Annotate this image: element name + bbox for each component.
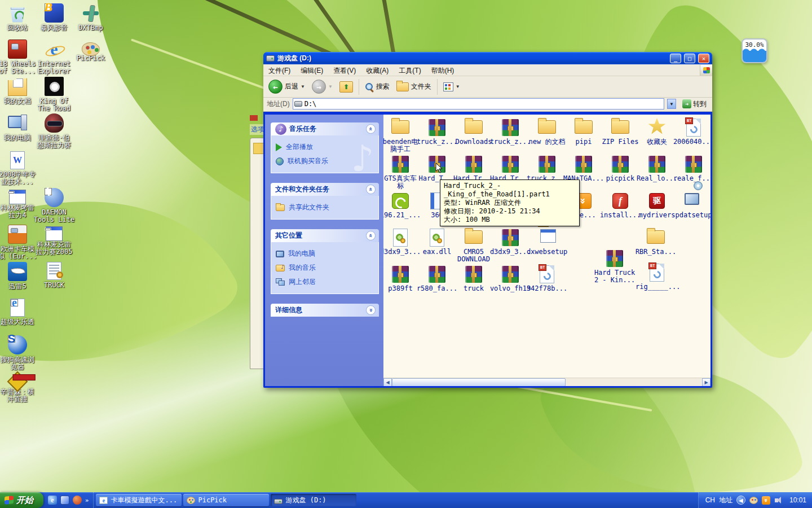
menu-t[interactable]: 工具(T) [394,65,426,76]
taskbar-task-button[interactable]: 游戏盘 (D:) [271,494,356,506]
rar-archive-icon [573,155,594,174]
file-item[interactable]: RBR_Sta... [634,228,677,256]
task-panel-title: 音乐任务 [289,124,366,134]
storm-player-icon[interactable] [73,496,82,505]
file-item[interactable]: 2006040... [672,118,710,146]
address-combo[interactable]: D:\ [293,98,664,110]
task-link-globe[interactable]: 联机购买音乐 [275,154,375,168]
dll-file-icon [430,229,444,247]
task-link-music-folder[interactable]: 我的音乐 [275,261,375,275]
views-dropdown-icon[interactable]: ▼ [456,84,460,89]
desktop-icon[interactable]: 理查德·伯 恩斯拉力赛 [30,113,78,149]
tooltip-modified: 修改日期: 2010-2-15 21:34 [444,207,576,216]
file-item[interactable]: reale_f... [672,155,710,182]
task-link-my-computer[interactable]: 我的电脑 [275,247,375,261]
bt-torrent-file-icon [537,265,557,284]
task-link-label: 网上邻居 [289,277,316,287]
language-indicator[interactable]: CH [705,496,715,504]
taskbar-task-button[interactable]: 卡車模擬遊戲中文... [96,494,182,506]
address-value[interactable]: D:\ [304,100,663,108]
task-link-network[interactable]: 网上邻居 [275,275,375,289]
window-titlebar[interactable]: 游戏盘 (D:) _ □ ✕ [263,52,712,64]
task-panel-header[interactable]: 其它位置« [271,229,379,242]
desktop-icon[interactable]: DXTBmp [67,3,114,32]
task-pane: 音乐任务«全部播放联机购买音乐文件和文件夹任务«共享此文件夹其它位置«我的电脑我… [265,115,383,386]
chevron-up-icon[interactable]: « [366,124,376,134]
back-button[interactable]: ← 后退 ▼ [266,78,308,96]
desktop-icon[interactable]: PicPick [67,40,114,62]
usage-gauge-widget[interactable]: 30.0% [742,38,767,63]
bt-torrent-file-icon [650,264,664,282]
scrollbar-thumb[interactable] [392,378,566,386]
picpick-tray-icon[interactable] [749,497,758,504]
quick-launch-overflow-chevron[interactable]: » [85,497,89,503]
file-item[interactable]: 942f78b... [526,265,568,292]
menu-h[interactable]: 帮助(H) [426,65,460,76]
task-panel-header[interactable]: 文件和文件夹任务« [271,183,379,196]
menu-v[interactable]: 查看(V) [328,65,361,76]
file-list-area[interactable]: ◀ ▶ beenden电 脑手工truck_z...Downloadstruck… [383,115,710,386]
menu-f[interactable]: 文件(F) [263,65,295,76]
desktop-icon[interactable]: 搜狗高速浏 览器 [0,335,41,371]
scroll-left-arrow[interactable]: ◀ [383,378,392,386]
back-label: 后退 [285,82,298,91]
task-link-play[interactable]: 全部播放 [275,140,375,154]
desktop-icon-label: King Of The Road [30,98,78,112]
folders-button[interactable]: 文件夹 [394,78,434,96]
desktop-icon[interactable]: 2008学年专 业技术... [0,151,41,186]
ie-icon[interactable] [48,496,57,505]
desktop-icon-label: TRUCK [30,282,78,289]
file-item[interactable]: dxwebsetup [526,228,568,256]
scrollbar-track[interactable] [392,378,702,386]
views-button[interactable]: ▼ [440,78,463,96]
rar-archive-icon [685,156,702,173]
minimize-button[interactable]: _ [670,54,681,63]
task-link-share-folder[interactable]: 共享此文件夹 [275,200,375,214]
scroll-right-arrow[interactable]: ▶ [702,378,710,386]
file-item-label: RBR_Sta... [634,248,677,256]
media-player-icon[interactable] [60,496,69,505]
background-dialog-swatch [253,143,264,154]
menu-a[interactable]: 收藏(A) [361,65,394,76]
chevron-left-icon[interactable]: ◀ [736,496,745,505]
desktop-icon[interactable]: 超级大乐透 [0,299,41,326]
task-panel-header[interactable]: 详细信息« [271,304,379,317]
quick-launch-bar: » [43,492,94,508]
back-dropdown-icon[interactable]: ▼ [301,84,305,89]
flashget-tray-icon[interactable] [762,496,770,505]
close-button[interactable]: ✕ [698,54,709,63]
file-item[interactable]: Hard Truck 2 - Kin... [593,249,636,284]
rally-helmet-icon [45,113,64,133]
go-button[interactable]: ➜ 转到 [679,98,710,110]
chevron-up-icon[interactable]: « [366,185,376,194]
sogou-browser-icon [8,335,27,354]
menu-e[interactable]: 编辑(E) [295,65,328,76]
rar-archive-icon [500,118,520,137]
desktop-icon-label: 2008学年专 业技术... [0,171,41,186]
horizontal-scrollbar[interactable]: ◀ ▶ [383,378,710,386]
maximize-button[interactable]: □ [684,54,695,63]
up-button[interactable] [337,78,356,96]
address-bar: 地址(D) D:\ ▼ ➜ 转到 [263,98,712,112]
search-button[interactable]: 搜索 [362,78,392,96]
address-dropdown-button[interactable]: ▼ [667,99,676,109]
desktop-icon[interactable]: DAEMON Tools Lite [30,188,78,224]
desktop-icon[interactable]: 辛普森：横 冲直撞 [0,372,41,403]
taskbar: 开始 » 卡車模擬遊戲中文...PicPick游戏盘 (D:) CH 地址 ◀ … [0,492,812,508]
desktop-icon[interactable]: TRUCK [30,262,78,289]
folder-icon [610,118,630,137]
desktop-icon[interactable]: 科林麦克雷 拉力赛2005 [30,225,78,256]
file-item[interactable]: rig_____... [636,263,678,291]
desktop-icon[interactable]: King Of The Road [30,77,78,112]
task-link-label: 我的音乐 [289,263,316,273]
clock[interactable]: 10:01 [787,496,806,504]
address-toolbar-label[interactable]: 地址 [719,496,732,505]
task-panel-header[interactable]: 音乐任务« [271,122,379,135]
chevron-up-icon[interactable]: « [366,231,376,240]
taskbar-task-button[interactable]: PicPick [183,494,269,506]
file-item[interactable]: pdatsetup [672,191,710,219]
forward-button[interactable]: → ▼ [309,78,336,96]
chevron-down-icon[interactable]: « [366,305,376,315]
speaker-icon[interactable] [774,496,783,505]
start-button[interactable]: 开始 [0,492,43,508]
